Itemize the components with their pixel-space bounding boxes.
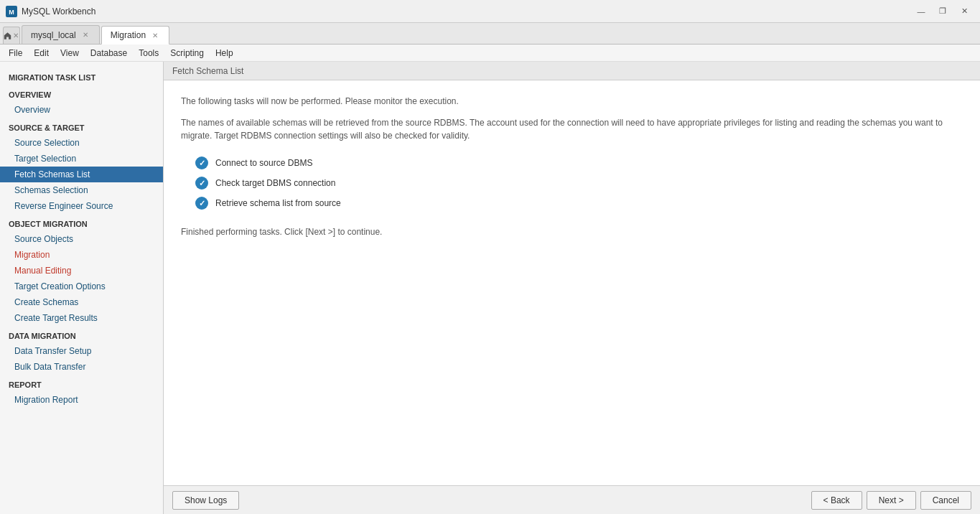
sidebar-item-overview[interactable]: Overview	[0, 102, 163, 118]
sidebar-item-reverse-engineer[interactable]: Reverse Engineer Source	[0, 198, 163, 214]
svg-text:M: M	[9, 9, 14, 16]
tab-migration-label: Migration	[111, 30, 146, 40]
tab-migration-close[interactable]: ✕	[150, 30, 160, 40]
title-bar: M MySQL Workbench — ❐ ✕	[0, 0, 980, 23]
sidebar-item-data-transfer-setup[interactable]: Data Transfer Setup	[0, 343, 163, 359]
task-label-2: Check target DBMS connection	[215, 178, 335, 188]
back-button[interactable]: < Back	[811, 491, 862, 510]
sidebar-item-migration[interactable]: Migration	[0, 247, 163, 263]
right-panel: Fetch Schema List The following tasks wi…	[164, 62, 980, 514]
sidebar-section-object-migration: OBJECT MIGRATION	[0, 214, 163, 231]
task-item-2: Check target DBMS connection	[195, 177, 963, 190]
maximize-button[interactable]: ❐	[933, 4, 953, 19]
menu-view[interactable]: View	[55, 47, 85, 60]
panel-body: The following tasks will now be performe…	[164, 80, 980, 485]
tab-migration[interactable]: Migration ✕	[101, 26, 169, 45]
menu-database[interactable]: Database	[85, 47, 133, 60]
task-item-3: Retrieve schema list from source	[195, 197, 963, 210]
task-check-2	[195, 177, 208, 190]
menu-tools[interactable]: Tools	[133, 47, 164, 60]
main-content: Migration Task List OVERVIEW Overview SO…	[0, 62, 980, 514]
task-label-3: Retrieve schema list from source	[215, 198, 341, 208]
intro-line1: The following tasks will now be performe…	[181, 95, 963, 108]
task-list: Connect to source DBMS Check target DBMS…	[195, 156, 963, 210]
minimize-button[interactable]: —	[911, 4, 931, 19]
window-controls: — ❐ ✕	[911, 4, 974, 19]
app-title: MySQL Workbench	[22, 6, 911, 17]
sidebar-item-source-objects[interactable]: Source Objects	[0, 231, 163, 247]
task-label-1: Connect to source DBMS	[215, 158, 312, 168]
intro-line2: The names of available schemas will be r…	[181, 116, 963, 142]
sidebar-item-migration-report[interactable]: Migration Report	[0, 392, 163, 408]
tab-home-close[interactable]: ✕	[11, 31, 19, 41]
menu-file[interactable]: File	[3, 47, 28, 60]
task-item-1: Connect to source DBMS	[195, 156, 963, 169]
sidebar-item-create-schemas[interactable]: Create Schemas	[0, 294, 163, 310]
app-icon: M	[6, 6, 17, 17]
task-check-3	[195, 197, 208, 210]
sidebar-item-fetch-schemas[interactable]: Fetch Schemas List	[0, 167, 163, 182]
tab-mysql-local-close[interactable]: ✕	[80, 30, 90, 40]
sidebar-title: Migration Task List	[0, 67, 163, 85]
sidebar-item-bulk-data-transfer[interactable]: Bulk Data Transfer	[0, 359, 163, 375]
close-button[interactable]: ✕	[954, 4, 974, 19]
sidebar-item-target-selection[interactable]: Target Selection	[0, 151, 163, 167]
footer-left: Show Logs	[172, 491, 239, 510]
footer: Show Logs < Back Next > Cancel	[164, 485, 980, 514]
finished-text: Finished performing tasks. Click [Next >…	[181, 227, 963, 237]
menu-scripting[interactable]: Scripting	[164, 47, 210, 60]
tab-mysql-local-label: mysql_local	[31, 30, 76, 40]
sidebar-item-schemas-selection[interactable]: Schemas Selection	[0, 182, 163, 198]
tab-bar: ✕ mysql_local ✕ Migration ✕	[0, 23, 980, 45]
sidebar-item-target-creation[interactable]: Target Creation Options	[0, 279, 163, 294]
tab-home[interactable]: ✕	[3, 27, 20, 44]
sidebar-item-manual-editing[interactable]: Manual Editing	[0, 263, 163, 279]
menu-bar: File Edit View Database Tools Scripting …	[0, 45, 980, 62]
sidebar-section-report: REPORT	[0, 375, 163, 392]
sidebar-item-create-target-results[interactable]: Create Target Results	[0, 310, 163, 326]
panel-header: Fetch Schema List	[164, 62, 980, 80]
next-button[interactable]: Next >	[867, 491, 916, 510]
menu-edit[interactable]: Edit	[28, 47, 55, 60]
sidebar-section-source-target: SOURCE & TARGET	[0, 118, 163, 135]
sidebar-item-source-selection[interactable]: Source Selection	[0, 135, 163, 151]
show-logs-button[interactable]: Show Logs	[172, 491, 239, 510]
cancel-button[interactable]: Cancel	[920, 491, 971, 510]
tab-mysql-local[interactable]: mysql_local ✕	[22, 25, 100, 44]
footer-right: < Back Next > Cancel	[811, 491, 971, 510]
sidebar-section-data-migration: DATA MIGRATION	[0, 326, 163, 343]
sidebar: Migration Task List OVERVIEW Overview SO…	[0, 62, 164, 514]
task-check-1	[195, 156, 208, 169]
menu-help[interactable]: Help	[210, 47, 239, 60]
sidebar-section-overview: OVERVIEW	[0, 85, 163, 102]
